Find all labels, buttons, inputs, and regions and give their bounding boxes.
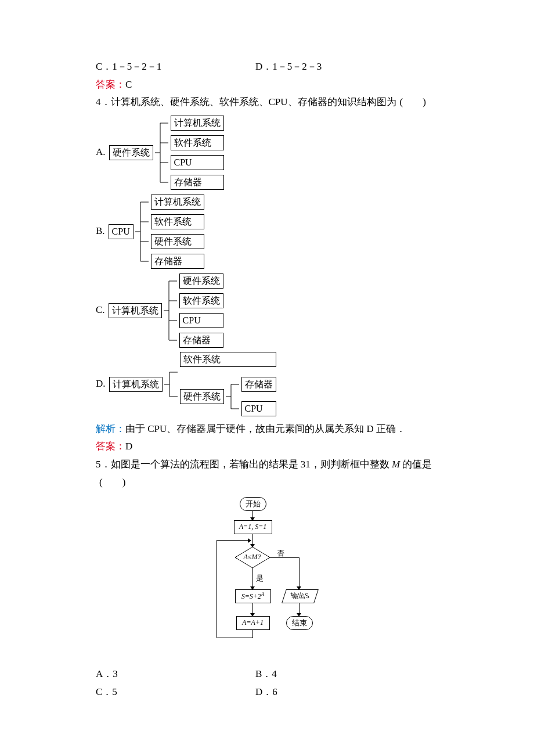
q3-options-row: C．1－5－2－1 D．1－5－2－3 [96,58,447,76]
fc-line [252,534,253,545]
optA-children: 计算机系统 软件系统 CPU 存储器 [171,116,224,190]
option-c-label: C． [96,61,112,72]
fc-line [270,557,299,558]
q5-option-d: D．6 [255,683,447,701]
fc-s-exp: A [261,591,265,597]
optB-text: 4 [272,668,277,679]
answer-value: C [125,79,132,90]
fc-end-text: 结束 [292,616,307,629]
q4-analysis: 解析：由于 CPU、存储器属于硬件，故由元素间的从属关系知 D 正确． [96,420,447,438]
analysis-label: 解析： [96,423,125,434]
optA-text: 3 [113,668,118,679]
fc-end: 结束 [286,616,313,630]
q5-option-b: B．4 [255,665,447,683]
fc-a-update: A=A+1 [236,616,270,630]
optD-l2-0: 存储器 [241,377,276,392]
fc-yes-label: 是 [256,571,264,585]
fc-line [252,603,253,614]
fc-init-text: A=1, S=1 [239,523,267,531]
optA-child-3: 存储器 [171,175,224,190]
optB-children: 计算机系统 软件系统 硬件系统 存储器 [151,195,204,269]
optC-child-1: 软件系统 [179,293,223,308]
bracket-icon [224,376,241,417]
optA-label: A． [96,668,113,679]
flowchart: 开始 A=1, S=1 A≤M? 否 输出S 结束 是 [205,497,338,660]
bracket-icon [153,115,171,190]
fc-line [217,540,249,541]
optA-child-0: 计算机系统 [171,116,224,131]
q4-stem-text: 计算机系统、硬件系统、软件系统、CPU、存储器的知识结构图为 [111,96,396,107]
q4-option-a: A. 硬件系统 计算机系统 软件系统 CPU 存储器 [96,115,447,190]
fc-a-update-text: A=A+1 [242,617,264,629]
q4-option-d: D. 计算机系统 软件系统 硬件系统 存储器 CPU [96,352,447,417]
optC-text: 5 [112,686,117,697]
q5-stem-part2: 的值是 [400,459,432,470]
document-page: C．1－5－2－1 D．1－5－2－3 答案：C 4．计算机系统、硬件系统、软件… [0,0,534,736]
q4-option-b: B. CPU 计算机系统 软件系统 硬件系统 存储器 [96,194,447,269]
optD-l2-1: CPU [241,401,276,416]
q5-prefix: 5． [96,459,111,470]
fc-line [252,568,253,588]
optD-l1-1-row: 硬件系统 存储器 CPU [180,376,276,417]
analysis-text: 由于 CPU、存储器属于硬件，故由元素间的从属关系知 D 正确． [125,423,406,434]
optD-l1-1: 硬件系统 [180,389,224,404]
fc-output-text: 输出S [289,590,311,603]
q4-option-c: C. 计算机系统 硬件系统 软件系统 CPU 存储器 [96,273,447,348]
bracket-icon [162,273,179,348]
optD-letter: D. [96,375,106,393]
fc-line [217,540,217,638]
optB-root: CPU [109,224,134,239]
option-c-text: 1－5－2－1 [112,61,161,72]
optC-child-0: 硬件系统 [179,273,223,289]
q4-stem: 4．计算机系统、硬件系统、软件系统、CPU、存储器的知识结构图为( ) [96,93,447,111]
optA-child-2: CPU [171,155,224,170]
optB-letter: B. [96,222,105,240]
q5-option-a: A．3 [96,665,255,683]
answer-value: D [125,441,132,452]
optC-label: C． [96,686,112,697]
q5-options-row2: C．5 D．6 [96,683,447,701]
answer-label: 答案： [96,79,125,90]
q4-paren: ( ) [396,96,426,107]
optC-root: 计算机系统 [109,303,162,318]
optD-level1: 软件系统 硬件系统 存储器 CPU [180,352,276,417]
fc-line [299,603,300,614]
optB-child-3: 存储器 [151,254,204,269]
fc-s-update: S=S+2A [235,589,271,603]
fc-output: 输出S [282,589,319,603]
q3-option-c: C．1－5－2－1 [96,58,255,76]
fc-line [217,638,253,638]
q5-option-c: C．5 [96,683,255,701]
q5-paren: ( ) [96,477,125,488]
optA-child-1: 软件系统 [171,135,224,150]
fc-line [299,557,300,588]
q5-options-row1: A．3 B．4 [96,665,447,683]
q5-var: M [392,459,400,470]
q5-stem-part1: 如图是一个算法的流程图，若输出的结果是 31，则判断框中整数 [111,459,392,470]
optB-child-1: 软件系统 [151,214,204,229]
fc-s-update-text: S=S+2 [241,592,261,600]
fc-init: A=1, S=1 [234,520,272,534]
option-d-label: D． [255,61,272,72]
q5-stem: 5．如图是一个算法的流程图，若输出的结果是 31，则判断框中整数 M 的值是( … [96,456,447,491]
q3-option-d: D．1－5－2－3 [255,58,447,76]
optB-child-2: 硬件系统 [151,234,204,249]
optD-l1-0: 软件系统 [180,352,276,367]
bracket-icon [163,364,180,405]
optA-letter: A. [96,143,106,161]
option-d-text: 1－5－2－3 [272,61,322,72]
fc-no-label: 否 [277,546,284,560]
q4-prefix: 4． [96,96,111,107]
fc-line [252,629,253,638]
optC-letter: C. [96,301,105,319]
optB-child-0: 计算机系统 [151,195,204,210]
optD-text: 6 [272,686,277,697]
q4-answer-line: 答案：D [96,438,447,456]
q3-answer-line: 答案：C [96,76,447,94]
optD-level2: 存储器 CPU [241,377,276,416]
optC-children: 硬件系统 软件系统 CPU 存储器 [179,273,223,348]
bracket-icon [134,194,151,269]
optB-label: B． [255,668,272,679]
fc-start-text: 开始 [246,497,261,510]
fc-decision: A≤M? [235,547,270,568]
